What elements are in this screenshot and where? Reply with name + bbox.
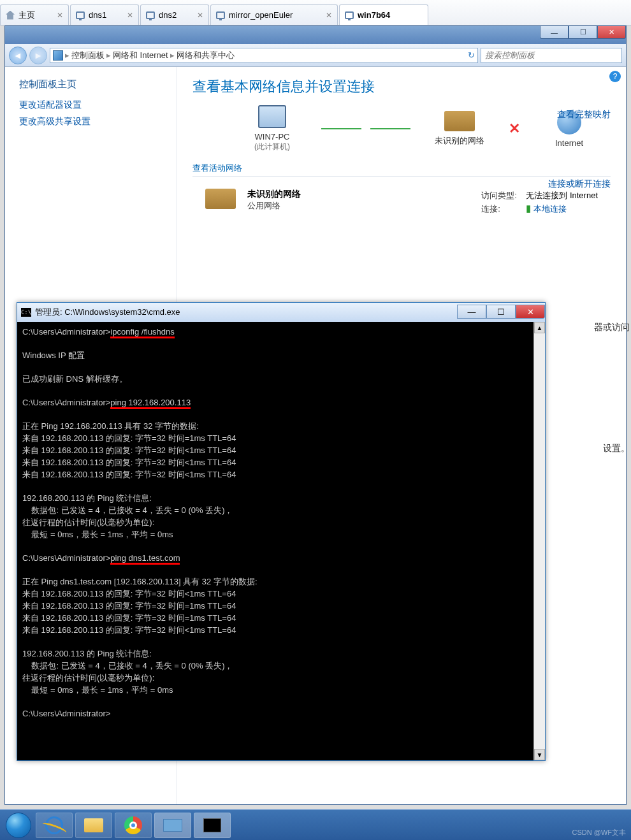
cmd-min-button[interactable]: — bbox=[457, 305, 486, 319]
access-label: 访问类型: bbox=[481, 190, 526, 201]
tab-label: dns2 bbox=[159, 10, 177, 20]
scrollbar[interactable]: ▲ ▼ bbox=[533, 322, 545, 760]
cmd-close-button[interactable]: ✕ bbox=[516, 305, 545, 319]
watermark: CSDN @WF文丰 bbox=[572, 828, 627, 837]
taskbar-control-panel[interactable] bbox=[154, 813, 191, 838]
minimize-button[interactable]: — bbox=[540, 26, 569, 39]
monitor-icon bbox=[216, 11, 225, 19]
tab-label: mirror_openEuler bbox=[229, 10, 293, 20]
taskbar-ie[interactable] bbox=[36, 813, 73, 838]
tab-label: win7b64 bbox=[358, 10, 390, 20]
scroll-down-icon[interactable]: ▼ bbox=[534, 749, 545, 760]
conn-label: 连接: bbox=[481, 203, 526, 215]
taskbar: CSDN @WF文丰 bbox=[0, 809, 631, 840]
search-input[interactable] bbox=[481, 48, 622, 63]
section-header: 查看活动网络 bbox=[192, 163, 611, 177]
maximize-button[interactable]: ☐ bbox=[569, 26, 597, 39]
tab-mirror[interactable]: mirror_openEuler✕ bbox=[210, 4, 338, 25]
close-icon[interactable]: ✕ bbox=[127, 11, 133, 20]
control-panel-icon bbox=[53, 50, 63, 61]
cmd-icon: C:\ bbox=[21, 308, 31, 317]
network-name: 未识别的网络 bbox=[247, 189, 301, 200]
back-button[interactable]: ◄ bbox=[9, 47, 27, 64]
scroll-up-icon[interactable]: ▲ bbox=[534, 322, 545, 333]
titlebar[interactable]: — ☐ ✕ bbox=[5, 26, 626, 44]
breadcrumb-item[interactable]: 控制面板 bbox=[71, 50, 105, 61]
monitor-icon bbox=[345, 11, 354, 19]
monitor-icon bbox=[146, 11, 155, 19]
tab-label: dns1 bbox=[89, 10, 106, 20]
cutoff-text: 设置。 bbox=[603, 443, 630, 454]
close-icon[interactable]: ✕ bbox=[326, 11, 332, 20]
ie-icon bbox=[43, 814, 66, 837]
access-value: 无法连接到 Internet bbox=[526, 191, 598, 200]
chrome-icon bbox=[124, 816, 142, 834]
connect-link[interactable]: 连接或断开连接 bbox=[548, 178, 611, 190]
breadcrumb-item[interactable]: 网络和 Internet bbox=[113, 50, 168, 61]
pc-sublabel: (此计算机) bbox=[231, 141, 314, 152]
close-button[interactable]: ✕ bbox=[597, 26, 626, 39]
windows-orb-icon bbox=[6, 813, 31, 838]
tab-label: 主页 bbox=[18, 10, 35, 21]
conn-line bbox=[321, 128, 410, 129]
tab-win7b64[interactable]: win7b64 bbox=[339, 4, 428, 25]
taskbar-explorer[interactable] bbox=[75, 813, 112, 838]
computer-icon bbox=[258, 105, 286, 128]
net-mid-label: 未识别的网络 bbox=[418, 135, 501, 147]
folder-icon bbox=[84, 818, 103, 832]
page-heading: 查看基本网络信息并设置连接 bbox=[192, 77, 611, 96]
cmd-output[interactable]: C:\Users\Administrator>ipconfig /flushdn… bbox=[17, 322, 545, 760]
breadcrumb-item[interactable]: 网络和共享中心 bbox=[177, 50, 235, 61]
close-icon[interactable]: ✕ bbox=[197, 11, 203, 20]
tab-dns1[interactable]: dns1✕ bbox=[70, 4, 139, 25]
taskbar-cmd[interactable] bbox=[194, 813, 231, 838]
close-icon[interactable]: ✕ bbox=[57, 11, 63, 20]
sidebar-link-adapter[interactable]: 更改适配器设置 bbox=[19, 99, 163, 111]
taskbar-chrome[interactable] bbox=[115, 813, 152, 838]
cmd-titlebar[interactable]: C:\ 管理员: C:\Windows\system32\cmd.exe — ☐… bbox=[17, 303, 545, 322]
bench-icon bbox=[205, 189, 236, 209]
navbar: ◄ ► ▸ 控制面板 ▸ 网络和 Internet ▸ 网络和共享中心 ↻ bbox=[5, 44, 626, 67]
monitor-icon bbox=[76, 11, 85, 19]
cmd-max-button[interactable]: ☐ bbox=[486, 305, 516, 319]
help-icon[interactable]: ? bbox=[609, 71, 621, 82]
internet-label: Internet bbox=[528, 138, 611, 148]
network-diagram: WIN7-PC(此计算机) 未识别的网络 ✕ Internet bbox=[192, 105, 611, 152]
conn-link[interactable]: 本地连接 bbox=[533, 204, 567, 214]
tab-bar: 主页✕ dns1✕ dns2✕ mirror_openEuler✕ win7b6… bbox=[0, 0, 631, 25]
cutoff-text: 器或访问 bbox=[594, 322, 630, 333]
start-button[interactable] bbox=[3, 812, 34, 839]
tab-dns2[interactable]: dns2✕ bbox=[140, 4, 209, 25]
pc-label: WIN7-PC bbox=[231, 132, 314, 141]
sidebar-link-sharing[interactable]: 更改高级共享设置 bbox=[19, 116, 163, 127]
adapter-icon: ▮ bbox=[526, 203, 531, 214]
forward-button[interactable]: ► bbox=[29, 47, 47, 64]
x-icon: ✕ bbox=[509, 120, 520, 137]
sidebar-title[interactable]: 控制面板主页 bbox=[19, 78, 163, 91]
view-map-link[interactable]: 查看完整映射 bbox=[557, 109, 611, 120]
network-type: 公用网络 bbox=[247, 200, 301, 212]
cmd-window: C:\ 管理员: C:\Windows\system32\cmd.exe — ☐… bbox=[17, 302, 546, 761]
tab-home[interactable]: 主页✕ bbox=[0, 4, 69, 25]
home-icon bbox=[6, 11, 15, 20]
address-bar[interactable]: ▸ 控制面板 ▸ 网络和 Internet ▸ 网络和共享中心 ↻ bbox=[50, 48, 478, 63]
cmd-icon bbox=[203, 818, 221, 832]
cmd-title-text: 管理员: C:\Windows\system32\cmd.exe bbox=[35, 307, 180, 318]
bench-icon bbox=[444, 111, 475, 131]
window-icon bbox=[163, 819, 182, 832]
refresh-icon[interactable]: ↻ bbox=[468, 50, 475, 60]
